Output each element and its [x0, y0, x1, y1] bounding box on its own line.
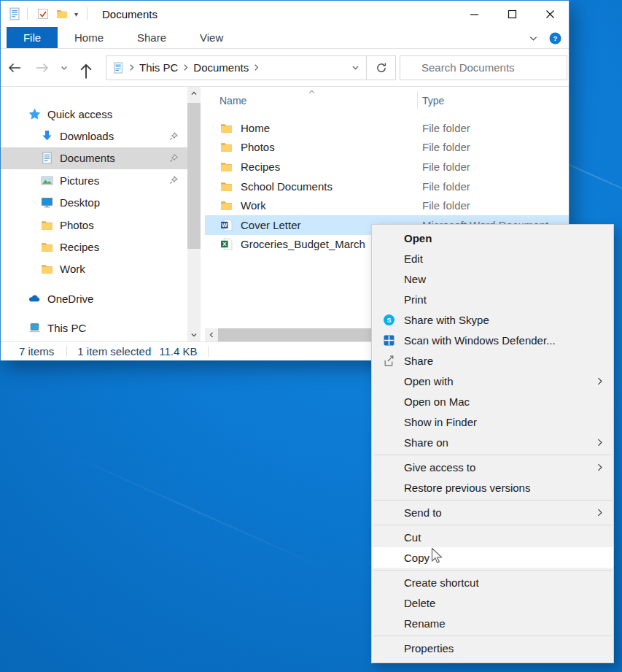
menu-item-share-with-skype[interactable]: SShare with Skype [372, 309, 613, 330]
minimize-button[interactable] [455, 1, 493, 27]
menu-item-label: Restore previous versions [404, 482, 530, 494]
tab-view[interactable]: View [183, 27, 240, 48]
menu-item-label: Print [404, 293, 427, 306]
file-type: File folder [422, 141, 470, 153]
sidebar-item-work[interactable]: Work [1, 258, 187, 280]
menu-item-show-in-finder[interactable]: Show in Finder [372, 412, 613, 432]
sidebar-item-downloads[interactable]: Downloads [1, 125, 187, 147]
menu-item-label: Share [404, 355, 433, 367]
menu-item-label: Scan with Windows Defender... [404, 334, 556, 347]
sidebar-item-photos[interactable]: Photos [1, 214, 187, 236]
file-type: File folder [422, 199, 470, 212]
column-header-name[interactable]: Name [219, 95, 246, 107]
menu-item-send-to[interactable]: Send to [372, 502, 613, 522]
address-bar[interactable]: This PCDocuments [106, 55, 367, 80]
menu-item-share[interactable]: Share [372, 350, 613, 371]
quick-access-properties-icon[interactable] [37, 8, 49, 20]
folder-icon [220, 180, 233, 193]
menu-item-restore-previous-versions[interactable]: Restore previous versions [372, 477, 613, 498]
quick-access-toolbar-dropdown-icon[interactable]: ▾ [74, 10, 78, 18]
sidebar-item-onedrive[interactable]: OneDrive [1, 287, 187, 309]
tab-home[interactable]: Home [58, 27, 120, 48]
menu-item-delete[interactable]: Delete [372, 592, 613, 613]
help-icon[interactable]: ? [549, 32, 561, 45]
menu-item-label: Open with [404, 375, 454, 387]
menu-item-give-access-to[interactable]: Give access to [372, 457, 613, 477]
menu-item-cut[interactable]: Cut [372, 527, 613, 547]
menu-item-properties[interactable]: Properties [372, 638, 613, 658]
menu-item-label: Open on Mac [404, 395, 470, 408]
menu-item-copy[interactable]: Copy [372, 547, 613, 568]
breadcrumb-segment-this-pc[interactable]: This PC [139, 61, 178, 74]
breadcrumb-segment-documents[interactable]: Documents [193, 61, 249, 74]
maximize-button[interactable] [493, 1, 531, 27]
sidebar-scrollbar[interactable] [187, 87, 201, 341]
tab-share[interactable]: Share [120, 27, 183, 48]
file-row-work[interactable]: WorkFile folder [205, 196, 569, 215]
column-headers: Name Type [205, 87, 569, 112]
file-name: Photos [241, 141, 275, 153]
file-row-recipes[interactable]: RecipesFile folder [205, 157, 569, 177]
collapse-ribbon-icon[interactable] [528, 33, 539, 44]
divider [27, 7, 28, 20]
divider [66, 346, 67, 357]
file-type: File folder [422, 180, 470, 193]
folder-icon [220, 199, 233, 212]
menu-item-share-on[interactable]: Share on [372, 432, 613, 452]
file-type: File folder [422, 161, 470, 173]
scrollbar-thumb[interactable] [187, 103, 201, 249]
menu-separator [373, 636, 612, 636]
navigation-bar: This PCDocuments [1, 49, 569, 87]
close-button[interactable] [531, 1, 569, 27]
sort-ascending-icon[interactable] [307, 87, 316, 96]
file-row-home[interactable]: HomeFile folder [205, 118, 569, 138]
scroll-up-icon[interactable] [187, 87, 201, 100]
folder-icon [220, 122, 233, 134]
menu-item-open[interactable]: Open [372, 228, 613, 248]
forward-button[interactable] [35, 62, 50, 74]
menu-item-edit[interactable]: Edit [372, 248, 613, 269]
search-input[interactable] [421, 61, 567, 74]
menu-item-label: Edit [404, 252, 423, 265]
menu-item-new[interactable]: New [372, 269, 613, 289]
column-divider[interactable] [417, 90, 418, 109]
refresh-button[interactable] [367, 55, 396, 80]
sidebar-item-recipes[interactable]: Recipes [1, 236, 187, 258]
sidebar-item-this-pc[interactable]: This PC [1, 317, 187, 339]
sidebar-item-quick-access[interactable]: Quick access [1, 103, 187, 125]
desktop-icon [41, 196, 53, 209]
sidebar-item-desktop[interactable]: Desktop [1, 192, 187, 214]
back-button[interactable] [7, 62, 22, 74]
svg-text:S: S [386, 316, 391, 323]
file-name: Groceries_Budget_March [241, 238, 365, 250]
file-row-school-documents[interactable]: School DocumentsFile folder [205, 177, 569, 196]
divider [208, 346, 209, 357]
sidebar-item-pictures[interactable]: Pictures [1, 169, 187, 191]
file-row-photos[interactable]: PhotosFile folder [205, 138, 569, 158]
menu-item-label: Create shortcut [404, 576, 479, 589]
scroll-down-icon[interactable] [187, 328, 201, 341]
sidebar-item-label: This PC [47, 322, 86, 334]
pin-icon [168, 131, 179, 142]
menu-item-open-with[interactable]: Open with [372, 371, 613, 391]
tab-file[interactable]: File [7, 27, 58, 48]
search-box[interactable] [400, 55, 567, 80]
sidebar-item-documents[interactable]: Documents [1, 147, 187, 169]
menu-item-rename[interactable]: Rename [372, 613, 613, 633]
folder-icon [220, 161, 233, 173]
scroll-left-icon[interactable] [205, 328, 218, 341]
menu-item-print[interactable]: Print [372, 289, 613, 309]
menu-separator [373, 570, 612, 571]
recent-locations-dropdown-icon[interactable] [60, 63, 69, 72]
column-header-type[interactable]: Type [422, 95, 444, 107]
menu-item-open-on-mac[interactable]: Open on Mac [372, 391, 613, 412]
menu-item-create-shortcut[interactable]: Create shortcut [372, 572, 613, 592]
menu-item-scan-with-windows-defender[interactable]: Scan with Windows Defender... [372, 330, 613, 350]
up-button[interactable] [79, 62, 93, 74]
file-name: Recipes [241, 161, 280, 173]
onedrive-icon [28, 293, 41, 305]
svg-text:?: ? [553, 34, 558, 42]
quick-access-folder-icon[interactable] [56, 8, 68, 20]
address-dropdown-icon[interactable] [351, 63, 360, 72]
pc-icon [28, 322, 41, 334]
